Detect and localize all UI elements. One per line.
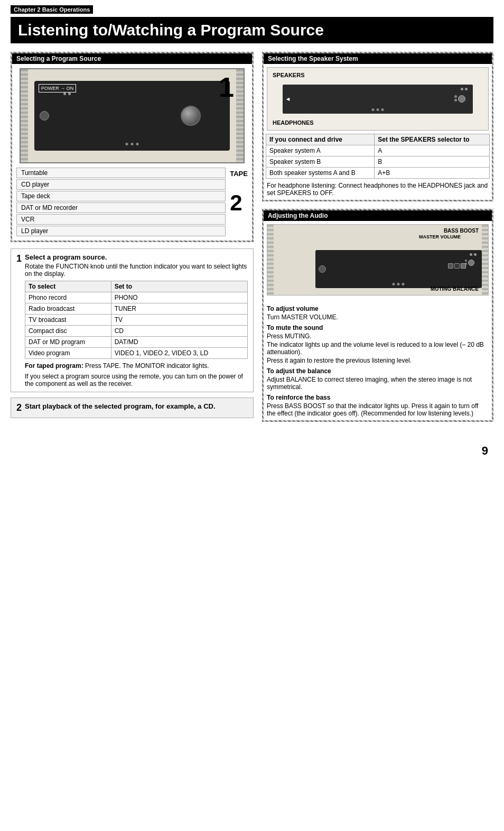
step1-number-display: 1 — [219, 73, 234, 101]
table-cell: CD — [111, 326, 247, 337]
col1-header: To select — [25, 281, 111, 292]
table-cell: DAT or MD program — [25, 337, 111, 348]
step2-num: 2 — [16, 402, 22, 413]
source-list: Turntable CD player Tape deck DAT or MD … — [16, 168, 226, 237]
master-volume-label: MASTER VOLUME — [419, 234, 461, 239]
table-cell: Phono record — [25, 292, 111, 303]
table-cell: Radio broadcast — [25, 303, 111, 315]
audio-instructions: To adjust volume Turn MASTER VOLUME. To … — [264, 299, 492, 420]
table-row: Radio broadcast TUNER — [25, 303, 248, 315]
table-cell: VIDEO 1, VIDEO 2, VIDEO 3, LD — [111, 348, 247, 359]
headphones-label: HEADPHONES — [273, 119, 483, 126]
audio-header: Adjusting the Audio — [264, 210, 492, 221]
step2-number-display: 2 — [230, 190, 248, 216]
chapter-badge: Chapter 2 Basic Operations — [11, 5, 93, 14]
table-cell: Speaker system B — [266, 156, 374, 168]
step2-section: 2 Start playback of the selected program… — [11, 398, 254, 418]
table-row: Phono record PHONO — [25, 292, 248, 303]
table-row: Both speaker systems A and B A+B — [266, 168, 489, 179]
table-row: Video program VIDEO 1, VIDEO 2, VIDEO 3,… — [25, 348, 248, 359]
table-cell: A — [375, 145, 490, 156]
table-row: TV broadcast TV — [25, 315, 248, 326]
source-dat-md: DAT or MD recorder — [16, 202, 226, 213]
source-cd-player: CD player — [16, 179, 226, 190]
speakers-label: SPEAKERS — [273, 72, 483, 78]
bass-title: To reinforce the bass — [267, 394, 489, 401]
col2-header: Set to — [111, 281, 247, 292]
step1-num: 1 — [16, 253, 22, 264]
table-cell: TUNER — [111, 303, 247, 315]
bass-text: Press BASS BOOST so that the indicator l… — [267, 402, 489, 417]
page-title: Listening to/Watching a Program Source — [11, 17, 493, 43]
source-ld-player: LD player — [16, 226, 226, 236]
program-source-section: Selecting a Program Source POWER → ON — [11, 52, 254, 242]
table-cell: Both speaker systems A and B — [266, 168, 374, 179]
step2-title: Start playback of the selected program, … — [25, 402, 216, 410]
table-cell: Speaker system A — [266, 145, 374, 156]
audio-illustration: BASS BOOST MASTER VOLUME — [267, 224, 489, 296]
step1-title: Select a program source. — [25, 253, 248, 261]
mute-text3: Press it again to restore the previous l… — [267, 357, 489, 364]
sp-col1-header: If you connect and drive — [266, 134, 374, 145]
table-cell: DAT/MD — [111, 337, 247, 348]
table-cell: A+B — [375, 168, 490, 179]
mute-title: To mute the sound — [267, 324, 489, 331]
table-cell: Video program — [25, 348, 111, 359]
headphone-note: For headphone listening: Connect headpho… — [266, 182, 490, 197]
source-vcr: VCR — [16, 214, 226, 225]
table-row: Compact disc CD — [25, 326, 248, 337]
step1-section: 1 Select a program source. Rotate the FU… — [11, 248, 254, 392]
remote-note: If you select a program source using the… — [25, 373, 248, 387]
source-turntable: Turntable — [16, 168, 226, 178]
table-row: Speaker system B B — [266, 156, 489, 168]
muting-balance-label: MUTING BALANCE — [431, 286, 479, 292]
sp-col2-header: Set the SPEAKERS selector to — [375, 134, 490, 145]
speaker-section: Selecting the Speaker System SPEAKERS — [262, 52, 493, 201]
device-illustration: POWER → ON — [20, 68, 245, 163]
mute-text1: Press MUTING. — [267, 333, 489, 340]
selection-table: To select Set to Phono record PHONO Radi… — [25, 281, 248, 359]
table-cell: TV — [111, 315, 247, 326]
table-cell: PHONO — [111, 292, 247, 303]
speaker-header: Selecting the Speaker System — [264, 53, 492, 64]
table-cell: TV broadcast — [25, 315, 111, 326]
audio-section: Adjusting the Audio BASS BOOST MASTER VO… — [262, 209, 493, 422]
power-label: POWER → ON — [39, 84, 77, 93]
taped-note-text: Press TAPE. The MONITOR indicator lights… — [83, 362, 209, 370]
table-row: DAT or MD program DAT/MD — [25, 337, 248, 348]
source-tape-deck: Tape deck — [16, 191, 226, 201]
speaker-table: If you connect and drive Set the SPEAKER… — [266, 134, 490, 179]
speaker-illustration: SPEAKERS — [267, 67, 489, 131]
program-source-header: Selecting a Program Source — [12, 53, 252, 64]
bass-boost-label: BASS BOOST — [444, 228, 479, 234]
table-cell: Compact disc — [25, 326, 111, 337]
taped-note-bold: For taped program: — [25, 362, 83, 370]
taped-note: For taped program: Press TAPE. The MONIT… — [25, 362, 248, 370]
tape-label: TAPE — [230, 170, 248, 178]
page-number: 9 — [11, 444, 493, 458]
adjust-volume-text: Turn MASTER VOLUME. — [267, 313, 489, 321]
step1-desc: Rotate the FUNCTION knob until the funct… — [25, 263, 248, 278]
table-cell: B — [375, 156, 490, 168]
table-row: Speaker system A A — [266, 145, 489, 156]
mute-text2: The indicator lights up and the volume l… — [267, 341, 489, 356]
adjust-volume-title: To adjust volume — [267, 305, 489, 312]
balance-text: Adjust BALANCE to correct stereo imaging… — [267, 376, 489, 391]
balance-title: To adjust the balance — [267, 367, 489, 375]
